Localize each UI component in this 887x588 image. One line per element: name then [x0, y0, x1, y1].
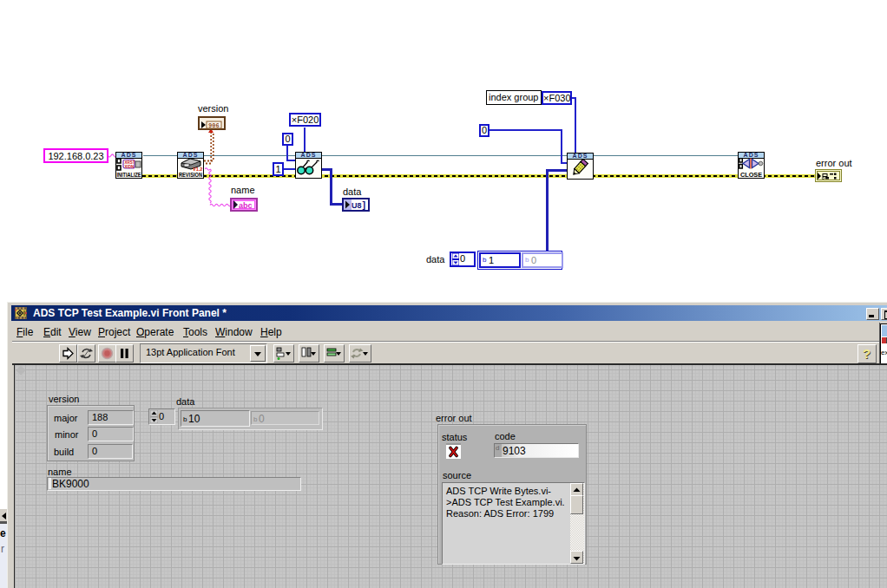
svg-text:U8: U8	[352, 201, 362, 210]
svg-text:V1.2: V1.2	[193, 167, 202, 172]
svg-text:abc: abc	[239, 201, 253, 210]
svg-text:906: 906	[208, 122, 220, 129]
svg-text:CLOSE: CLOSE	[740, 172, 762, 178]
svg-text:INITIALIZE: INITIALIZE	[117, 172, 141, 178]
svg-text:REVISION: REVISION	[179, 172, 202, 178]
svg-text:]: ]	[363, 199, 366, 210]
svg-text:XIDN: XIDN	[125, 165, 135, 169]
svg-text:?: ?	[863, 346, 871, 361]
